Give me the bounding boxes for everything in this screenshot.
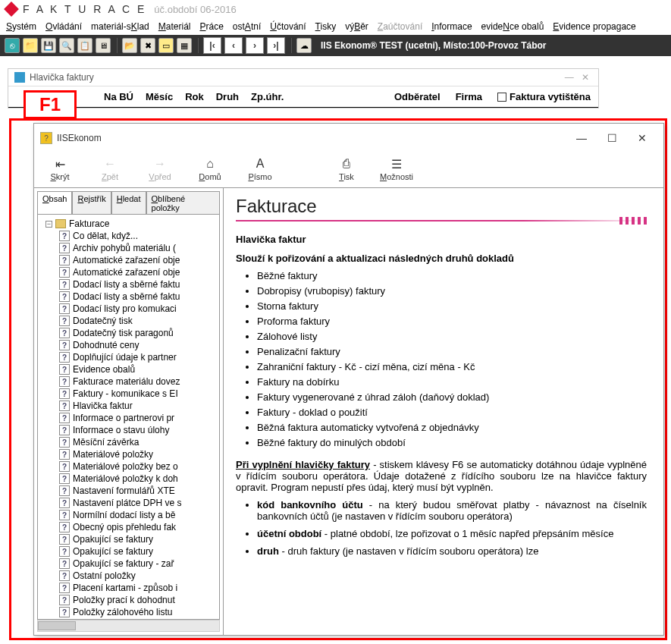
question-icon: ? <box>59 437 70 448</box>
tb-globe-icon[interactable]: ☁ <box>296 38 312 53</box>
tree-item[interactable]: ?Opakující se faktury - zař <box>59 558 218 570</box>
question-icon: ? <box>59 352 70 363</box>
question-icon: ? <box>59 231 70 241</box>
question-icon: ? <box>59 583 70 593</box>
help-tb-písmo[interactable]: APísmo <box>242 156 278 181</box>
tb-del-icon[interactable]: ✖ <box>140 38 155 53</box>
tree-item[interactable]: ?Opakující se faktury <box>59 545 218 558</box>
tree-item[interactable]: ?Informace o stavu úlohy <box>59 424 218 436</box>
help-content[interactable]: Fakturace Hlavička faktur Slouží k pořiz… <box>224 188 663 635</box>
col-zpuhr: Zp.úhr. <box>251 91 284 102</box>
tree-item[interactable]: ?Materiálové položky <box>59 448 218 460</box>
collapse-icon[interactable]: − <box>45 221 52 228</box>
tree-item[interactable]: ?Ostatní položky <box>59 570 218 582</box>
tb-search-icon[interactable]: 🔍 <box>59 38 74 53</box>
menu-evidencepropagace[interactable]: Evidence propagace <box>553 21 635 32</box>
nav-last-icon[interactable]: ›| <box>267 37 285 54</box>
tree-item[interactable]: ?Dodatečný tisk paragonů <box>59 327 218 339</box>
menu-tisky[interactable]: Tisky <box>315 21 337 32</box>
help-tb-domů[interactable]: ⌂Domů <box>192 156 228 181</box>
definition-item: druh - druh faktury (je nastaven v řídíc… <box>257 545 647 557</box>
app-logo-icon <box>4 2 19 17</box>
help-horizontal-scrollbar[interactable] <box>37 620 220 632</box>
menu-prce[interactable]: Práce <box>199 21 223 32</box>
tree-item[interactable]: ?Dodací listy pro komukaci <box>59 303 218 315</box>
close-icon[interactable]: ✕ <box>579 72 592 83</box>
tb-exit-icon[interactable]: ⎋ <box>5 38 20 53</box>
help-tab-obsah[interactable]: Obsah <box>37 191 72 215</box>
bullet-item: Faktury - doklad o použití <box>257 407 647 418</box>
help-tabs[interactable]: ObsahRejstříkHledatOblíbené položky <box>37 191 220 215</box>
tb-grid-icon[interactable]: ▦ <box>177 38 192 53</box>
tb-screen-icon[interactable]: 🖥 <box>96 38 111 53</box>
tree-item[interactable]: ?Nastavení formulářů XTE <box>59 485 218 497</box>
help-tb-tisk[interactable]: ⎙Tisk <box>328 156 365 181</box>
help-max-icon[interactable]: ☐ <box>597 128 627 148</box>
hlavicka-titlebar[interactable]: Hlavička faktury — ✕ <box>8 69 598 86</box>
tree-item[interactable]: ?Obecný opis přehledu fak <box>59 521 218 533</box>
checkbox-faktura-vytistena[interactable]: Faktura vytištěna <box>497 91 591 102</box>
tree-item[interactable]: ?Položky prací k dohodnut <box>59 594 218 606</box>
tree-item[interactable]: ?Položky zálohového listu <box>59 606 218 618</box>
menu-evidenceobal[interactable]: evideNce obalů <box>481 21 544 32</box>
help-close-icon[interactable]: ✕ <box>627 128 657 148</box>
content-intro: Slouží k pořizování a aktualizaci násled… <box>236 253 647 264</box>
bullet-item: Faktury na dobírku <box>257 376 647 388</box>
nav-prev-icon[interactable]: ‹ <box>224 37 243 54</box>
help-tb-možnosti[interactable]: ☰Možnosti <box>378 156 415 181</box>
content-definitions: kód bankovního účtu - na který budou smě… <box>257 499 647 557</box>
tree-item[interactable]: ?Automatické zařazení obje <box>59 266 218 278</box>
help-min-icon[interactable]: — <box>566 128 597 148</box>
tree-item[interactable]: ?Dohodnuté ceny <box>59 339 218 351</box>
help-tab-rejstk[interactable]: Rejstřík <box>72 191 111 215</box>
menu-systm[interactable]: Systém <box>6 21 36 32</box>
nav-first-icon[interactable]: |‹ <box>203 37 221 54</box>
tree-item[interactable]: ?Dodatečný tisk <box>59 315 218 327</box>
menu-ostatn[interactable]: ostAtní <box>233 21 261 32</box>
nav-next-icon[interactable]: › <box>246 37 264 54</box>
tree-item[interactable]: ?Měsíční závěrka <box>59 436 218 448</box>
tree-item[interactable]: ?Co dělat, když... <box>59 230 218 242</box>
tree-item[interactable]: ?Normílní dodací listy a bě <box>59 509 218 521</box>
tb-open-icon[interactable]: 📂 <box>122 38 137 53</box>
tree-root-node[interactable]: − Fakturace <box>39 218 218 230</box>
tree-item[interactable]: ?Materiálové položky bez o <box>59 460 218 473</box>
main-menu[interactable]: SystémOvládánímateriál-sKladMateriálPrác… <box>0 18 671 35</box>
question-icon: ? <box>59 364 70 375</box>
help-tb-skrýt[interactable]: ⇤Skrýt <box>42 156 78 181</box>
tree-item[interactable]: ?Opakující se faktury <box>59 533 218 545</box>
tree-item[interactable]: ?Placení kartami - způsob i <box>59 582 218 594</box>
help-tree[interactable]: − Fakturace ?Co dělat, když...?Archiv po… <box>37 214 220 620</box>
tree-item[interactable]: ?Automatické zařazení obje <box>59 254 218 266</box>
menu-materilsklad[interactable]: materiál-sKlad <box>91 21 149 32</box>
tb-folder-icon[interactable]: 📁 <box>23 38 38 53</box>
tree-item[interactable]: ?Evidence obalů <box>59 363 218 375</box>
menu-tovn[interactable]: Účtování <box>270 21 306 32</box>
menu-informace[interactable]: Informace <box>431 21 472 32</box>
help-titlebar[interactable]: ? IISEkonom — ☐ ✕ <box>34 124 663 152</box>
menu-materil[interactable]: Materiál <box>158 21 191 32</box>
question-icon: ? <box>59 449 70 460</box>
question-icon: ? <box>59 255 70 265</box>
question-icon: ? <box>59 328 70 338</box>
tree-item[interactable]: ?Fakturace materiálu dovez <box>59 375 218 388</box>
tree-item[interactable]: ?Dodací listy a sběrné faktu <box>59 291 218 303</box>
tree-item[interactable]: ?Informace o partnerovi pr <box>59 412 218 424</box>
help-tab-oblbenpoloky[interactable]: Oblíbené položky <box>146 191 220 215</box>
tree-item[interactable]: ?Dodací listy a sběrné faktu <box>59 278 218 291</box>
tb-clip-icon[interactable]: 📋 <box>77 38 92 53</box>
tree-item[interactable]: ?Archiv pohybů materiálu ( <box>59 242 218 254</box>
tb-win-icon[interactable]: ▭ <box>158 38 174 53</box>
tb-save-icon[interactable]: 💾 <box>41 38 56 53</box>
tree-item[interactable]: ?Hlavička faktur <box>59 400 218 412</box>
tree-item[interactable]: ?Materiálové položky k doh <box>59 473 218 485</box>
tree-item[interactable]: ?Nastavení plátce DPH ve s <box>59 497 218 509</box>
help-tab-hledat[interactable]: Hledat <box>111 191 146 215</box>
menu-vbr[interactable]: výBěr <box>345 21 368 32</box>
col-firma: Firma <box>456 91 482 102</box>
min-icon[interactable]: — <box>563 72 576 83</box>
checkbox-box-icon[interactable] <box>497 93 506 102</box>
tree-item[interactable]: ?Doplňující údaje k partner <box>59 351 218 363</box>
tree-item[interactable]: ?Faktury - komunikace s EI <box>59 388 218 400</box>
menu-ovldn[interactable]: Ovládání <box>45 21 82 32</box>
